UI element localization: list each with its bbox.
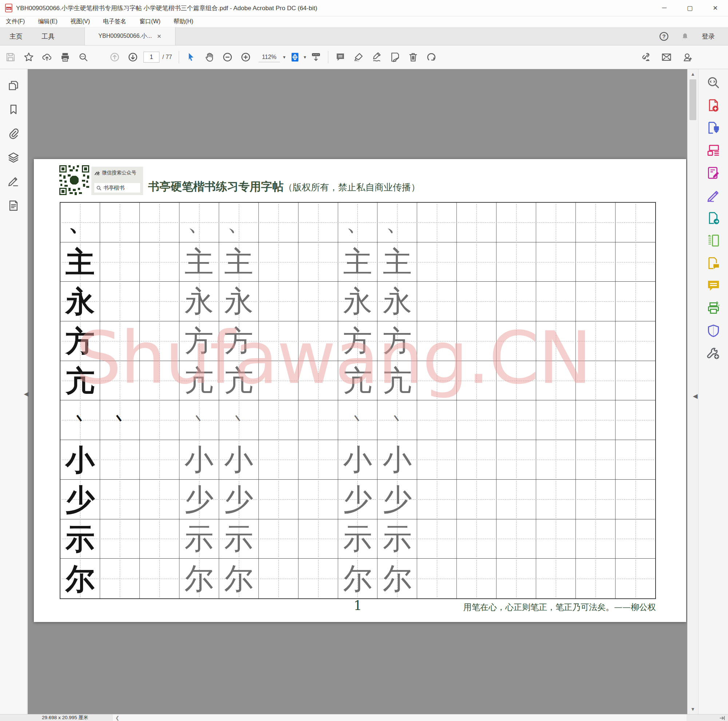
layers-icon[interactable] — [7, 151, 20, 164]
minimize-icon[interactable]: ─ — [652, 0, 677, 16]
attachments-icon[interactable] — [7, 127, 20, 140]
grid-cell: 方 — [60, 321, 100, 361]
notes-icon[interactable] — [7, 199, 20, 212]
page-dimensions-label: 29.698 x 20.995 厘米 — [42, 715, 89, 721]
horizontal-scrollbar[interactable]: ❮ — [112, 715, 687, 721]
menu-window[interactable]: 窗口(W) — [139, 18, 161, 26]
grid-cell — [616, 519, 655, 559]
comment-icon[interactable] — [335, 52, 346, 63]
print-icon[interactable] — [60, 52, 70, 63]
grid-cell: 小 — [219, 440, 259, 480]
fill-sign-icon[interactable] — [390, 52, 401, 63]
grid-cell: 小 — [60, 440, 100, 480]
grid-cell — [457, 440, 497, 480]
rotate-icon[interactable] — [426, 52, 437, 63]
select-tool-icon[interactable] — [186, 52, 197, 63]
search-tools-icon[interactable] — [707, 76, 720, 90]
vertical-scrollbar-thumb[interactable] — [690, 79, 696, 120]
grid-cell — [616, 559, 655, 598]
sign-pen-icon[interactable] — [371, 52, 382, 63]
right-panel-collapse-icon[interactable]: ◀ — [690, 389, 700, 403]
protect-icon[interactable] — [707, 324, 720, 338]
notifications-bell-icon[interactable] — [681, 32, 690, 41]
trace-character: 尔 — [343, 564, 372, 593]
grid-cell: 主 — [219, 242, 259, 282]
create-pdf-icon[interactable] — [707, 98, 720, 112]
zoom-level-value[interactable]: 112% — [258, 52, 280, 62]
grid-cell — [417, 242, 457, 282]
highlighter-icon[interactable] — [353, 52, 364, 63]
signatures-icon[interactable] — [7, 176, 20, 188]
hand-tool-icon[interactable] — [204, 52, 215, 63]
email-icon[interactable] — [661, 52, 672, 63]
previous-page-icon[interactable] — [109, 52, 120, 63]
comment-rail-icon[interactable] — [707, 279, 720, 293]
fit-page-dropdown-icon[interactable]: ▼ — [303, 55, 307, 59]
grid-cell — [140, 242, 179, 282]
scan-ocr-icon[interactable] — [707, 234, 720, 247]
request-signatures-icon[interactable] — [707, 256, 720, 270]
organize-pages-icon[interactable] — [707, 144, 720, 157]
bookmarks-icon[interactable] — [7, 103, 20, 116]
qr-code — [59, 165, 89, 195]
left-panel-collapse-icon[interactable]: ◀ — [21, 386, 31, 401]
send-for-review-icon[interactable] — [707, 211, 720, 225]
more-tools-icon[interactable] — [707, 347, 720, 360]
fill-sign-rail-icon[interactable] — [707, 188, 720, 202]
example-character: 方 — [66, 327, 95, 356]
edit-pdf-icon[interactable] — [707, 166, 720, 180]
print-production-icon[interactable] — [707, 301, 720, 315]
zoom-in-icon[interactable] — [240, 52, 251, 63]
magnifier-icon — [96, 186, 101, 190]
tab-home[interactable]: 主页 — [0, 27, 32, 45]
grid-cell: 丶 — [378, 400, 417, 440]
menu-bar: 文件(F) 编辑(E) 视图(V) 电子签名 窗口(W) 帮助(H) — [0, 16, 728, 27]
star-favorite-icon[interactable] — [23, 52, 34, 63]
close-icon[interactable]: ✕ — [702, 0, 728, 16]
grid-cell — [417, 559, 457, 598]
scroll-down-icon[interactable]: ▼ — [688, 706, 698, 712]
grid-cell — [616, 440, 655, 480]
document-viewport[interactable]: 微信搜索公众号 书亭楷书 书亭硬笔楷书练习专用字帖（版权所有，禁止私自商业传播）… — [28, 69, 687, 714]
scroll-mode-icon[interactable] — [310, 52, 321, 63]
example-character: 、 — [69, 211, 92, 234]
sign-link-icon[interactable] — [640, 52, 651, 63]
scroll-up-icon[interactable]: ▲ — [688, 71, 698, 77]
sign-in-button[interactable]: 登录 — [702, 32, 715, 41]
grid-cell — [259, 242, 298, 282]
zoom-out-icon[interactable] — [222, 52, 233, 63]
menu-file[interactable]: 文件(F) — [6, 18, 25, 26]
page-number-input[interactable] — [144, 52, 159, 63]
trace-character: 示 — [343, 524, 372, 553]
grid-cell — [536, 440, 576, 480]
trace-character: 、 — [187, 211, 211, 234]
maximize-icon[interactable]: ▢ — [677, 0, 702, 16]
grid-cell — [100, 203, 140, 242]
tab-tools[interactable]: 工具 — [32, 27, 64, 45]
tab-close-icon[interactable]: ✕ — [157, 33, 162, 40]
zoom-dropdown-icon[interactable]: ▼ — [282, 55, 286, 59]
tab-document-active[interactable]: YBH009050066.小... ✕ — [84, 27, 176, 45]
export-pdf-icon[interactable] — [707, 121, 720, 134]
panel-toggle-icon[interactable] — [719, 715, 725, 721]
fit-page-icon[interactable] — [290, 52, 301, 63]
menu-view[interactable]: 视图(V) — [70, 18, 90, 26]
grid-cell: 、 — [60, 203, 100, 242]
scroll-left-icon[interactable]: ❮ — [115, 715, 119, 721]
help-icon[interactable]: ? — [659, 32, 668, 41]
save-icon[interactable] — [5, 52, 16, 63]
menu-edit[interactable]: 编辑(E) — [38, 18, 57, 26]
cloud-upload-icon[interactable] — [41, 52, 52, 63]
grid-cell: 主 — [60, 242, 100, 282]
search-icon[interactable] — [78, 52, 89, 63]
menu-help[interactable]: 帮助(H) — [174, 18, 193, 26]
trace-character: 少 — [382, 485, 412, 514]
trace-character: 亢 — [343, 366, 372, 395]
share-person-add-icon[interactable] — [682, 52, 693, 63]
page-thumbnails-icon[interactable] — [7, 79, 20, 92]
trace-character: 、 — [227, 211, 251, 234]
menu-esign[interactable]: 电子签名 — [103, 18, 126, 26]
delete-trash-icon[interactable] — [408, 52, 419, 63]
trace-character: 主 — [185, 247, 214, 276]
next-page-icon[interactable] — [127, 52, 138, 63]
